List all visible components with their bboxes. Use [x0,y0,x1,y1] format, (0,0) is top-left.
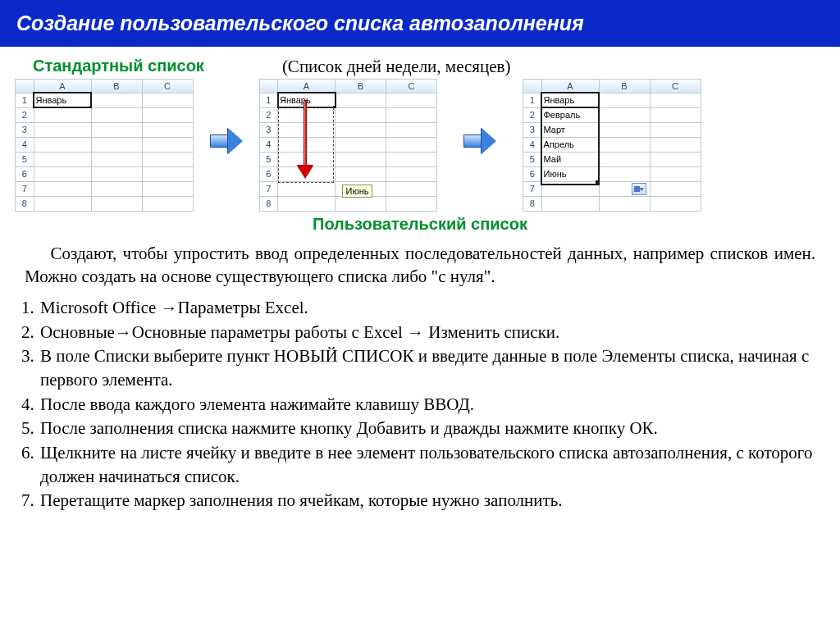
col-header-a: A [34,80,91,93]
col-header-c: C [142,80,193,93]
intro-paragraph: Создают, чтобы упростить ввод определенн… [25,242,815,289]
step-item: Microsoft Office →Параметры Excel. [39,296,819,320]
standard-list-note: (Список дней недели, месяцев) [282,57,511,77]
red-down-arrow-icon [297,100,313,179]
fill-handle-icon [596,180,600,185]
col-header-b: B [91,80,142,93]
step-item: Перетащите маркер заполнения по ячейкам,… [39,489,819,513]
step-item: Основные→Основные параметры работы с Exc… [39,321,819,344]
excel-sample-3: A B C 1Январь 2Февраль 3Март 4Апрель 5Ма… [523,79,701,212]
steps-list: Microsoft Office →Параметры Excel. Основ… [21,296,819,513]
excel-samples-row: A B C 1Январь 2 3 4 5 6 7 8 A B C [0,79,840,212]
row-hdr: 1 [16,93,34,107]
arrow-right-icon [462,128,498,154]
sub-heading-row: Стандартный список (Список дней недели, … [0,57,840,77]
grid-corner [16,80,34,93]
arrow-right-icon [208,128,244,154]
step-item: После ввода каждого элемента нажимайте к… [39,393,819,417]
user-list-heading: Пользовательский список [0,215,840,234]
excel-sample-1: A B C 1Январь 2 3 4 5 6 7 8 [15,79,194,212]
autofill-options-icon [632,183,646,195]
drag-tooltip: Июнь [342,185,373,198]
step-item: Щелкните на листе ячейку и введите в нее… [39,441,819,490]
excel-sample-2: A B C 1Январь 2 3 4 5 6 7 8 Июнь [259,79,438,212]
cell: Январь [541,93,599,107]
step-item: После заполнения списка нажмите кнопку Д… [39,417,819,440]
standard-list-heading: Стандартный список [33,57,204,77]
step-item: В поле Списки выберите пункт НОВЫЙ СПИСО… [39,344,819,393]
cell-a1: Январь [34,93,91,107]
slide-title: Создание пользовательского списка автоза… [0,0,840,47]
